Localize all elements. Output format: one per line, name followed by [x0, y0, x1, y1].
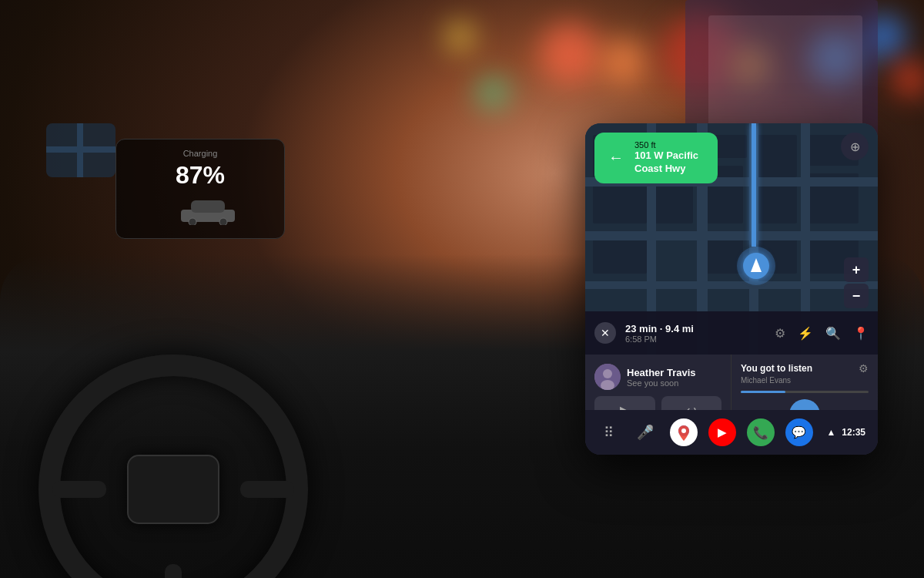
- instrument-cluster: Charging 87%: [116, 139, 285, 239]
- google-maps-button[interactable]: [670, 418, 698, 446]
- eta-miles: 9.4 mi: [665, 323, 694, 334]
- compass-icon: ⊕: [850, 139, 860, 154]
- eta-minutes: 23 min: [625, 323, 657, 334]
- bokeh-light-1: [539, 23, 601, 85]
- svg-point-3: [219, 218, 227, 225]
- map-section[interactable]: ← 350 ft 101 W Pacific Coast Hwy ⊕ + −: [585, 123, 878, 355]
- map-block-7: [654, 185, 693, 223]
- map-route-line: [752, 123, 756, 247]
- steering-wheel-spoke-bottom: [165, 564, 182, 578]
- eta-dot: ·: [660, 323, 665, 334]
- nav-direction-card: ← 350 ft 101 W Pacific Coast Hwy: [594, 133, 718, 183]
- bokeh-light-8: [477, 77, 508, 108]
- map-block-11: [593, 235, 647, 274]
- eta-time-distance: 23 min · 9.4 mi: [625, 323, 765, 334]
- battery-percent: 87%: [126, 161, 275, 190]
- messages-button[interactable]: 💬: [785, 418, 813, 446]
- svg-rect-1: [191, 200, 225, 213]
- nav-bar-center: ▶ 📞 💬: [656, 418, 826, 446]
- nav-text-block: 350 ft 101 W Pacific Coast Hwy: [634, 140, 698, 176]
- location-outer-ring: [737, 247, 775, 285]
- map-location-indicator: [737, 247, 775, 285]
- steering-wheel-hub: [127, 455, 219, 524]
- message-info: Heather Travis See you soon: [627, 367, 696, 388]
- map-block-9: [755, 185, 797, 223]
- map-block-6: [593, 185, 647, 223]
- messages-icon: 💬: [792, 425, 806, 439]
- signal-bars-icon: ▲: [826, 427, 835, 438]
- map-zoom-controls: + −: [844, 257, 869, 308]
- contact-avatar: [594, 364, 621, 390]
- eta-arrival-time: 6:58 PM: [625, 334, 765, 344]
- youtube-music-button[interactable]: ▶: [708, 418, 736, 446]
- steering-wheel-spoke-right: [240, 481, 294, 498]
- map-zoom-out-button[interactable]: −: [844, 284, 869, 308]
- svg-point-8: [681, 428, 686, 433]
- eta-info-block: 23 min · 9.4 mi 6:58 PM: [625, 323, 765, 344]
- svg-point-2: [189, 218, 196, 225]
- phone-button[interactable]: 📞: [747, 418, 775, 446]
- window-glow: [708, 15, 862, 131]
- nav-bar-right: ▲ 12:35: [826, 427, 865, 438]
- contact-name: Heather Travis: [627, 367, 696, 378]
- song-title: You got to listen: [741, 363, 812, 374]
- map-road-h2: [585, 231, 878, 240]
- bottom-nav-bar: ⠿ 🎤 ▶ 📞: [585, 410, 878, 455]
- nav-distance: 350 ft: [634, 140, 698, 150]
- map-road-h3: [585, 281, 878, 289]
- music-menu-button[interactable]: ⚙: [859, 362, 869, 375]
- map-settings-icon[interactable]: ⚙: [775, 326, 785, 341]
- nav-turn-arrow: ←: [605, 147, 627, 169]
- location-inner-dot: [743, 253, 769, 279]
- charging-label: Charging: [126, 149, 275, 158]
- music-progress-fill: [741, 391, 785, 393]
- steering-wheel-spoke-left: [52, 481, 106, 498]
- clock-display: 12:35: [842, 427, 865, 438]
- music-progress-bar: [741, 391, 869, 393]
- nav-street-line1: 101 W Pacific: [634, 150, 698, 163]
- svg-point-5: [603, 369, 612, 378]
- android-auto-panel: ← 350 ft 101 W Pacific Coast Hwy ⊕ + −: [585, 123, 878, 455]
- message-header: Heather Travis See you soon: [594, 364, 721, 390]
- mini-map-road-v: [77, 123, 83, 177]
- map-compass-button[interactable]: ⊕: [841, 133, 869, 160]
- map-block-4: [755, 135, 797, 177]
- music-header: You got to listen ⚙: [741, 362, 869, 375]
- bokeh-light-2: [601, 39, 647, 85]
- youtube-icon: ▶: [718, 426, 726, 439]
- eta-close-button[interactable]: ✕: [594, 322, 616, 344]
- map-filter-icon[interactable]: ⚡: [798, 326, 813, 341]
- eta-action-icons: ⚙ ⚡ 🔍 📍: [775, 326, 869, 341]
- microphone-button[interactable]: 🎤: [634, 422, 656, 443]
- map-search-icon[interactable]: 🔍: [825, 326, 841, 341]
- mini-map-display: [46, 123, 116, 177]
- grid-icon: ⠿: [604, 424, 614, 441]
- bokeh-light-9: [447, 23, 474, 50]
- eta-bar: ✕ 23 min · 9.4 mi 6:58 PM ⚙ ⚡ 🔍 📍: [585, 311, 878, 355]
- close-icon: ✕: [601, 327, 610, 339]
- phone-icon: 📞: [753, 425, 768, 440]
- steering-wheel: [38, 355, 308, 578]
- nav-bar-left: ⠿ 🎤: [598, 422, 656, 443]
- bokeh-light-7: [893, 62, 924, 96]
- location-direction-arrow: [751, 258, 762, 272]
- nav-street-line2: Coast Hwy: [634, 163, 698, 176]
- map-pin-icon[interactable]: 📍: [853, 326, 869, 341]
- car-icon: [177, 194, 223, 217]
- map-zoom-in-button[interactable]: +: [844, 257, 869, 282]
- mic-icon: 🎤: [637, 424, 654, 441]
- message-preview-text: See you soon: [627, 378, 696, 388]
- apps-grid-button[interactable]: ⠿: [598, 422, 619, 443]
- artist-name: Michael Evans: [741, 376, 869, 385]
